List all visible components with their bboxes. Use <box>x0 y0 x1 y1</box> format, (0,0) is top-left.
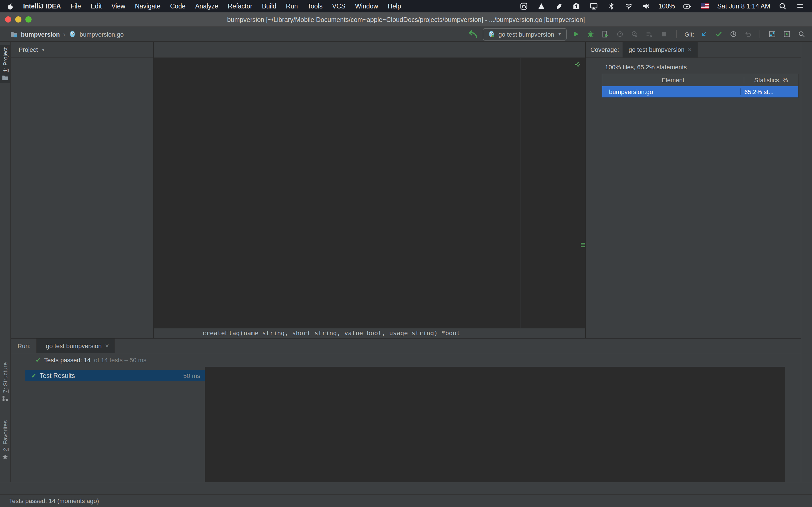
run-configuration-tab[interactable]: go test bumpversion × <box>36 339 115 353</box>
volume-icon <box>642 2 650 10</box>
test-results-time: 50 ms <box>183 372 200 379</box>
console-toolbar <box>785 367 801 482</box>
project-tree <box>11 58 153 338</box>
tool-window-bar <box>0 482 812 494</box>
window-title-bar: bumpversion [~/Library/Mobile Documents/… <box>0 12 812 27</box>
profiler-icon[interactable] <box>615 29 625 39</box>
chevron-down-icon[interactable]: ▼ <box>42 48 45 52</box>
structure-icon <box>2 395 8 402</box>
battery-icon[interactable] <box>682 1 693 11</box>
bluetooth-icon[interactable] <box>606 1 616 11</box>
menu-navigate[interactable]: Navigate <box>135 3 160 10</box>
coverage-scroll-marker <box>581 243 585 244</box>
coverage-panel-title: Coverage: <box>591 46 619 53</box>
menu-tools[interactable]: Tools <box>307 3 322 10</box>
triangle-icon[interactable] <box>536 1 546 11</box>
run-left-toolbar <box>11 353 26 482</box>
folder-project-icon <box>10 31 17 38</box>
play-icon[interactable] <box>571 29 581 39</box>
apple-icon[interactable] <box>7 3 14 10</box>
menu-file[interactable]: File <box>70 3 81 10</box>
column-header-element[interactable]: Element <box>602 76 744 83</box>
tool-window-button-favorites[interactable]: 2: Favorites <box>0 418 10 462</box>
menu-refactor[interactable]: Refactor <box>228 3 252 10</box>
airplay-icon[interactable] <box>589 1 599 11</box>
run-panel-header: Run: go test bumpversion × <box>11 339 801 353</box>
close-window-button[interactable] <box>5 16 11 22</box>
history-icon[interactable] <box>728 29 738 39</box>
wifi-icon[interactable] <box>623 1 633 11</box>
profiler-lines-icon[interactable] <box>645 29 655 39</box>
us-flag-icon[interactable] <box>700 1 710 11</box>
rollback-icon[interactable] <box>743 29 753 39</box>
menu-intellij-idea[interactable]: IntelliJ IDEA <box>23 3 61 10</box>
run-console[interactable] <box>205 367 785 482</box>
battery-percent: 100% <box>658 3 675 10</box>
menu-code[interactable]: Code <box>170 3 186 10</box>
profiler-attach-icon[interactable] <box>630 29 640 39</box>
tool-window-button-label: 1: Project <box>2 47 8 72</box>
column-header-statistics[interactable]: Statistics, % <box>744 76 798 83</box>
menu-help[interactable]: Help <box>388 3 401 10</box>
tool-window-button-project[interactable]: 1: Project <box>0 45 10 83</box>
commit-icon[interactable] <box>713 29 723 39</box>
intellij-idea-window: IntelliJ IDEAFileEditViewNavigateCodeAna… <box>0 0 812 507</box>
close-icon[interactable]: × <box>688 46 692 54</box>
toolwindow-layout-icon[interactable] <box>767 29 777 39</box>
notification-center-icon[interactable] <box>795 1 805 11</box>
upload-icon[interactable] <box>571 1 581 11</box>
inspections-ok-icon[interactable] <box>573 60 581 68</box>
structure-icon <box>2 395 8 402</box>
zoom-window-button[interactable] <box>26 16 32 22</box>
triangle-icon <box>537 2 545 10</box>
run-anything-icon <box>783 31 790 38</box>
menu-build[interactable]: Build <box>262 3 276 10</box>
profiler-attach-icon <box>631 31 639 38</box>
back-arrow-icon[interactable] <box>468 29 478 39</box>
volume-icon[interactable] <box>641 1 651 11</box>
rollback-icon <box>744 31 751 38</box>
main-toolbar: bumpversion›bumpversion.go go test bumpv… <box>0 27 812 42</box>
breadcrumb-item[interactable]: bumpversion <box>21 31 60 38</box>
table-row[interactable]: bumpversion.go 65.2% st... <box>602 86 798 98</box>
code-editor[interactable] <box>154 58 585 328</box>
menu-window[interactable]: Window <box>355 3 378 10</box>
airplay-icon <box>590 2 598 10</box>
menu-vcs[interactable]: VCS <box>332 3 345 10</box>
signature-hint: createFlag(name string, short string, va… <box>202 330 460 337</box>
tunnel-icon[interactable] <box>518 1 529 11</box>
tool-window-button-structure[interactable]: 7: Structure <box>0 360 10 404</box>
coverage-panel-header: Coverage: go test bumpversion × <box>586 42 801 58</box>
close-icon[interactable]: × <box>105 342 109 349</box>
workspace: 1: Project7: Structure2: Favorites Proje… <box>0 42 812 482</box>
window-controls <box>5 12 32 26</box>
leaf-icon[interactable] <box>553 1 564 11</box>
menu-bar-clock[interactable]: Sat Jun 8 1:14 AM <box>717 3 770 10</box>
project-panel-title[interactable]: Project <box>18 46 38 53</box>
update-project-icon[interactable] <box>699 29 709 39</box>
menu-edit[interactable]: Edit <box>91 3 102 10</box>
stop-icon[interactable] <box>659 29 669 39</box>
minimize-window-button[interactable] <box>15 16 21 22</box>
go-run-icon <box>488 31 495 38</box>
spotlight-icon[interactable] <box>777 1 788 11</box>
editor-area: createFlag(name string, short string, va… <box>154 42 585 338</box>
coverage-run-icon[interactable] <box>601 29 611 39</box>
run-configuration-select[interactable]: go test bumpversion ▼ <box>483 28 567 40</box>
test-results-tree: ✔ Test Results 50 ms <box>26 367 205 482</box>
test-results-row[interactable]: ✔ Test Results 50 ms <box>26 370 205 381</box>
history-icon <box>729 31 737 38</box>
go-icon <box>69 31 76 38</box>
menu-run[interactable]: Run <box>286 3 298 10</box>
coverage-suite-tab[interactable]: go test bumpversion × <box>622 42 698 57</box>
status-message[interactable]: Tests passed: 14 (moments ago) <box>9 497 99 504</box>
breadcrumb-item[interactable]: bumpversion.go <box>80 31 124 38</box>
search-icon[interactable] <box>796 29 806 39</box>
debug-icon[interactable] <box>586 29 596 39</box>
menu-view[interactable]: View <box>111 3 125 10</box>
folder-icon <box>2 75 8 81</box>
stop-icon <box>661 31 668 38</box>
menu-analyze[interactable]: Analyze <box>195 3 218 10</box>
run-anything-icon[interactable] <box>781 29 792 39</box>
tool-window-button-label: 2: Favorites <box>2 420 8 451</box>
